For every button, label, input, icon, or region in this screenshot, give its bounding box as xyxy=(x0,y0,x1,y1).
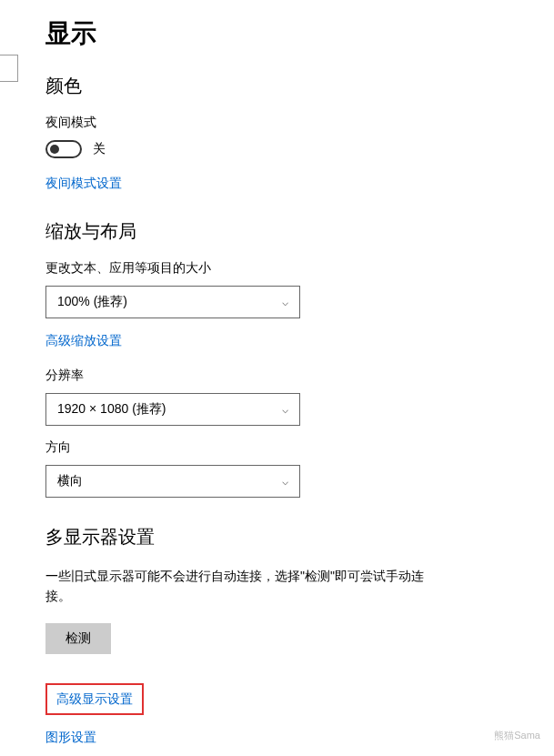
scale-label: 更改文本、应用等项目的大小 xyxy=(45,260,554,277)
night-mode-toggle[interactable] xyxy=(45,140,82,158)
advanced-display-settings-link[interactable]: 高级显示设置 xyxy=(56,691,133,708)
night-mode-settings-link[interactable]: 夜间模式设置 xyxy=(45,176,122,192)
scale-dropdown[interactable]: 100% (推荐) ⌵ xyxy=(45,286,300,318)
orientation-label: 方向 xyxy=(45,439,554,456)
chevron-down-icon: ⌵ xyxy=(282,403,288,416)
resolution-dropdown[interactable]: 1920 × 1080 (推荐) ⌵ xyxy=(45,393,300,426)
multi-display-description: 一些旧式显示器可能不会进行自动连接，选择"检测"即可尝试手动连接。 xyxy=(45,566,428,607)
settings-content: 显示 颜色 夜间模式 关 夜间模式设置 缩放与布局 更改文本、应用等项目的大小 … xyxy=(0,0,554,746)
chevron-down-icon: ⌵ xyxy=(282,475,288,488)
page-title: 显示 xyxy=(45,16,554,51)
highlight-annotation: 高级显示设置 xyxy=(45,683,144,715)
advanced-scale-link[interactable]: 高级缩放设置 xyxy=(45,333,122,349)
night-mode-label: 夜间模式 xyxy=(45,115,554,131)
resolution-label: 分辨率 xyxy=(45,368,554,384)
chevron-down-icon: ⌵ xyxy=(282,296,288,308)
orientation-dropdown[interactable]: 横向 ⌵ xyxy=(45,465,300,498)
scale-layout-section: 缩放与布局 更改文本、应用等项目的大小 100% (推荐) ⌵ 高级缩放设置 分… xyxy=(45,219,554,498)
toggle-knob xyxy=(50,145,59,154)
color-section-title: 颜色 xyxy=(45,74,554,98)
color-section: 颜色 夜间模式 关 夜间模式设置 xyxy=(45,74,554,192)
scale-layout-title: 缩放与布局 xyxy=(45,219,554,244)
resolution-value: 1920 × 1080 (推荐) xyxy=(57,401,166,418)
multi-display-title: 多显示器设置 xyxy=(45,525,554,549)
graphics-settings-link[interactable]: 图形设置 xyxy=(45,730,96,746)
left-panel-edge xyxy=(0,55,18,82)
detect-button[interactable]: 检测 xyxy=(45,623,111,654)
night-mode-state: 关 xyxy=(93,141,106,157)
watermark: 熊猫Sama xyxy=(494,729,540,742)
multi-display-section: 多显示器设置 一些旧式显示器可能不会进行自动连接，选择"检测"即可尝试手动连接。… xyxy=(45,525,554,746)
orientation-value: 横向 xyxy=(57,473,83,489)
scale-value: 100% (推荐) xyxy=(57,294,127,310)
